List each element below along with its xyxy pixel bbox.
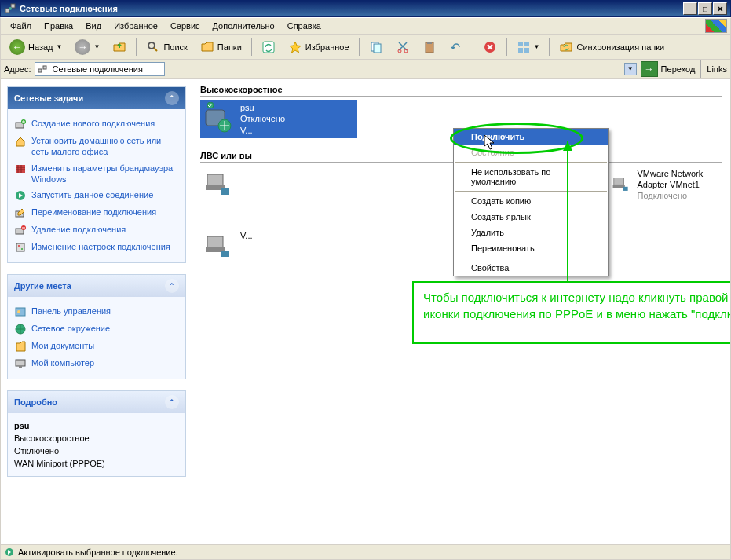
menu-favorites[interactable]: Избранное: [108, 20, 164, 32]
statusbar: Активировать выбранное подключение.: [0, 544, 731, 560]
nav-forward-button[interactable]: → ▼: [69, 36, 105, 58]
panel-header[interactable]: Сетевые задачи ⌃: [8, 87, 185, 109]
home-net-icon: [14, 135, 27, 148]
address-dropdown[interactable]: ▼: [624, 63, 637, 75]
ctx-properties[interactable]: Свойства: [454, 260, 608, 276]
task-rename[interactable]: Переименование подключения: [14, 204, 179, 221]
nav-back-button[interactable]: ← Назад ▼: [4, 36, 68, 58]
close-button[interactable]: ✕: [713, 2, 727, 15]
maximize-button[interactable]: □: [698, 2, 712, 15]
panel-network-tasks: Сетевые задачи ⌃ Создание нового подключ…: [7, 86, 186, 263]
panel-details: Подробно ⌃ psu Высокоскоростное Отключен…: [7, 390, 186, 477]
panel-other-places: Другие места ⌃ Панель управления Сетевое…: [7, 274, 186, 379]
window-title: Сетевые подключения: [20, 4, 683, 13]
sidebar: Сетевые задачи ⌃ Создание нового подключ…: [1, 79, 192, 555]
control-panel-icon: [14, 306, 27, 318]
task-firewall[interactable]: Изменить параметры брандмауэра Windows: [14, 160, 179, 188]
status-icon: [4, 547, 15, 558]
go-button[interactable]: →: [641, 61, 658, 77]
menu-help[interactable]: Справка: [281, 20, 327, 32]
minimize-button[interactable]: _: [683, 2, 697, 15]
menu-service[interactable]: Сервис: [164, 20, 207, 32]
conn-name: VMware Network Adapter VMnet1: [637, 168, 720, 191]
new-conn-icon: [14, 118, 27, 130]
conn-status: Отключено: [240, 113, 285, 124]
svg-rect-31: [16, 360, 25, 366]
connection-psu[interactable]: psu Отключено V...: [200, 100, 357, 138]
place-control-panel[interactable]: Панель управления: [14, 303, 179, 320]
toolbar: ← Назад ▼ → ▼ Поиск Папки Избранное ▼ Си…: [0, 35, 731, 60]
copy-button[interactable]: [364, 37, 389, 57]
svg-rect-16: [38, 69, 42, 72]
start-icon: [14, 189, 27, 202]
back-icon: ←: [9, 39, 25, 55]
paste-button[interactable]: [417, 37, 442, 57]
connection-vmnet[interactable]: VMware Network Adapter VMnet1 Подключено: [609, 166, 722, 215]
svg-point-27: [21, 248, 23, 250]
panel-header[interactable]: Другие места ⌃: [8, 275, 185, 297]
svg-rect-15: [524, 48, 529, 53]
connection-lan1[interactable]: [200, 166, 314, 215]
address-label: Адрес:: [4, 64, 31, 74]
task-delete[interactable]: Удаление подключения: [14, 221, 179, 239]
conn-device: V...: [240, 125, 285, 136]
dropdown-icon: ▼: [57, 43, 63, 50]
svg-rect-12: [518, 42, 523, 46]
collapse-icon: ⌃: [165, 395, 179, 409]
search-icon: [146, 40, 160, 54]
folders-button[interactable]: Папки: [195, 37, 247, 57]
ctx-status: Состояние: [454, 145, 608, 160]
cut-button[interactable]: [390, 37, 415, 57]
menu-edit[interactable]: Правка: [38, 20, 79, 32]
sync-icon: [559, 40, 573, 54]
address-input[interactable]: [35, 62, 165, 76]
task-new-connection[interactable]: Создание нового подключения: [14, 115, 179, 133]
detail-status: Отключено: [14, 445, 179, 457]
conn-name: psu: [240, 102, 285, 113]
place-network[interactable]: Сетевое окружение: [14, 320, 179, 338]
svg-point-29: [17, 310, 20, 313]
documents-icon: [14, 340, 27, 353]
go-label: Переход: [661, 64, 696, 74]
views-button[interactable]: ▼: [511, 37, 546, 57]
menu-view[interactable]: Вид: [79, 20, 108, 32]
panel-title: Подробно: [14, 397, 57, 407]
search-label: Поиск: [163, 42, 187, 52]
place-documents[interactable]: Мои документы: [14, 338, 179, 355]
search-button[interactable]: Поиск: [141, 37, 192, 57]
collapse-icon: ⌃: [165, 91, 179, 105]
firewall-icon: [14, 163, 27, 175]
task-home-network[interactable]: Установить домашнюю сеть или сеть малого…: [14, 133, 179, 160]
ctx-notdefault[interactable]: Не использовать по умолчанию: [454, 164, 608, 189]
menubar: Файл Правка Вид Избранное Сервис Дополни…: [0, 17, 731, 35]
svg-rect-44: [221, 251, 229, 257]
svg-rect-14: [518, 48, 523, 53]
ctx-connect[interactable]: Подключить: [454, 129, 608, 145]
favorites-label: Избранное: [305, 42, 349, 52]
place-computer[interactable]: Мой компьютер: [14, 355, 179, 372]
task-settings[interactable]: Изменение настроек подключения: [14, 239, 179, 256]
star-icon: [288, 40, 302, 54]
nav-up-button[interactable]: [107, 37, 132, 57]
ctx-delete[interactable]: Удалить: [454, 225, 608, 240]
lan-icon: [203, 168, 234, 199]
connection-lan2[interactable]: V...: [200, 228, 357, 264]
ctx-copy[interactable]: Создать копию: [454, 193, 608, 209]
menu-file[interactable]: Файл: [4, 20, 38, 32]
delete-button[interactable]: [477, 37, 503, 57]
ctx-rename[interactable]: Переименовать: [454, 240, 608, 256]
refresh-button[interactable]: [256, 37, 281, 57]
panel-header[interactable]: Подробно ⌃: [8, 391, 185, 413]
undo-button[interactable]: [444, 37, 469, 57]
annotation-box: Чтобы подключиться к интернету надо клик…: [412, 281, 730, 344]
svg-rect-39: [614, 178, 624, 185]
links-label[interactable]: Links: [707, 64, 727, 74]
lan-icon: [611, 168, 630, 199]
folders-icon: [200, 40, 214, 54]
delete-icon: [483, 40, 497, 54]
favorites-button[interactable]: Избранное: [283, 37, 355, 57]
ctx-shortcut[interactable]: Создать ярлык: [454, 209, 608, 225]
menu-extra[interactable]: Дополнительно: [207, 20, 281, 32]
sync-button[interactable]: Синхронизация папки: [554, 37, 670, 57]
task-start-connection[interactable]: Запустить данное соединение: [14, 187, 179, 204]
